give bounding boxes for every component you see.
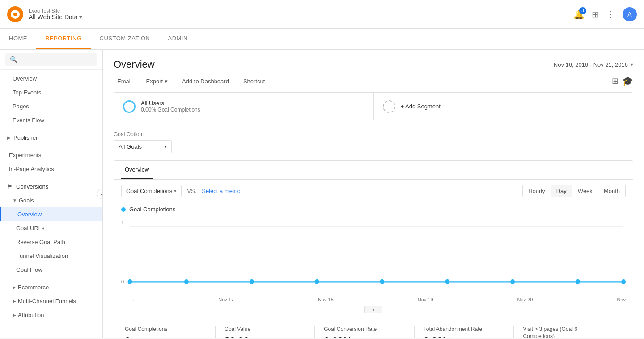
chart-legend: Goal Completions — [121, 206, 626, 213]
search-input-wrapper: 🔍 — [5, 53, 97, 66]
chart-scroll-indicator[interactable]: ▼ — [121, 306, 626, 313]
legend-dot — [121, 207, 126, 212]
more-options-icon[interactable]: ⋮ — [606, 9, 615, 20]
apps-grid-icon[interactable]: ⊞ — [592, 9, 599, 20]
chart-date-ellipsis: ... — [130, 297, 134, 302]
overview-tab-row: Overview — [114, 161, 633, 180]
metric-visit-goal: Visit > 3 pages (Goal 6 Completions) 0 — [523, 326, 613, 338]
add-to-dashboard-button[interactable]: Add to Dashboard — [178, 76, 233, 86]
publisher-arrow-icon: ▶ — [7, 135, 11, 140]
sidebar-item-top-events[interactable]: Top Events — [0, 86, 102, 99]
chart-svg — [121, 216, 626, 297]
overview-tab[interactable]: Overview — [121, 161, 153, 179]
segment-info: All Users 0.00% Goal Completions — [141, 100, 200, 113]
date-range-picker[interactable]: Nov 16, 2016 - Nov 21, 2016 ▾ — [554, 61, 633, 68]
attribution-arrow-icon: ▶ — [13, 313, 16, 318]
segment-add[interactable]: + Add Segment — [374, 93, 633, 120]
chart-dates: ... Nov 17 Nov 18 Nov 19 Nov 20 Nov — [121, 297, 626, 306]
help-icon[interactable]: 🎓 — [622, 76, 633, 86]
time-btn-hourly[interactable]: Hourly — [522, 185, 551, 197]
add-segment-info: + Add Segment — [401, 103, 441, 110]
site-info: Evoq Test Site All Web Site Data ▾ — [29, 8, 82, 21]
date-range-arrow: ▾ — [631, 61, 633, 68]
app-logo — [7, 6, 23, 22]
search-input[interactable] — [20, 56, 93, 63]
export-button[interactable]: Export ▾ — [143, 76, 172, 86]
multichannel-arrow-icon: ▶ — [13, 299, 16, 304]
chart-date-nov17: Nov 17 — [218, 297, 234, 302]
time-btn-week[interactable]: Week — [572, 185, 598, 197]
select-metric-link[interactable]: Select a metric — [202, 188, 240, 194]
action-icons: ⊞ 🎓 — [612, 76, 633, 86]
time-btn-month[interactable]: Month — [598, 185, 626, 197]
chart-y-label-0: 0 — [121, 279, 124, 284]
svg-point-5 — [315, 279, 319, 284]
sidebar-item-reverse-goal-path[interactable]: Reverse Goal Path — [0, 235, 102, 249]
metric-select-value: Goal Completions — [126, 188, 172, 194]
segment-circle — [123, 100, 136, 113]
nav-admin[interactable]: ADMIN — [159, 29, 196, 49]
chart-scroll-btn[interactable]: ▼ — [364, 306, 382, 313]
nav-customization[interactable]: CUSTOMIZATION — [91, 29, 159, 49]
metric-select-arrow: ▾ — [174, 188, 177, 194]
sidebar-item-multichannel[interactable]: ▶ Multi-Channel Funnels — [0, 294, 102, 308]
metric-select[interactable]: Goal Completions ▾ — [121, 185, 182, 197]
notification-badge: 3 — [579, 7, 586, 14]
metric-value-3: 0.00% — [424, 335, 505, 338]
shortcut-button[interactable]: Shortcut — [240, 76, 268, 86]
metric-label-2: Goal Conversion Rate — [324, 326, 405, 333]
sidebar-item-goals-overview[interactable]: Overview — [0, 207, 102, 221]
svg-point-6 — [380, 279, 385, 284]
sidebar-item-events-flow[interactable]: Events Flow — [0, 113, 102, 127]
site-dropdown-icon[interactable]: ▾ — [79, 13, 82, 21]
sidebar-item-overview-events[interactable]: Overview — [0, 72, 102, 86]
segment-sub: 0.00% Goal Completions — [141, 107, 200, 113]
page-title: Overview — [114, 59, 155, 70]
user-avatar[interactable]: A — [623, 7, 637, 21]
metric-value-2: 0.00% — [324, 335, 405, 338]
site-name: Evoq Test Site — [29, 8, 82, 13]
secondary-nav: HOME REPORTING CUSTOMIZATION ADMIN — [0, 29, 644, 50]
chart-date-nov20: Nov 20 — [517, 297, 533, 302]
overview-card: Overview Goal Completions ▾ VS. Select a… — [114, 160, 633, 338]
metric-label-1: Goal Value — [225, 326, 306, 333]
segment-name: All Users — [141, 100, 200, 107]
sidebar-item-goal-urls[interactable]: Goal URLs — [0, 221, 102, 235]
metrics-grid: Goal Completions 0 Goal Value $0.00 Goal… — [114, 317, 633, 338]
date-range-text: Nov 16, 2016 - Nov 21, 2016 — [554, 61, 628, 68]
grid-view-icon[interactable]: ⊞ — [612, 76, 619, 86]
metric-value-1: $0.00 — [225, 335, 306, 338]
top-bar-left: Evoq Test Site All Web Site Data ▾ — [7, 6, 573, 22]
metric-label-3: Total Abandonment Rate — [424, 326, 505, 333]
site-title[interactable]: All Web Site Data ▾ — [29, 13, 82, 21]
nav-home[interactable]: HOME — [0, 29, 36, 49]
time-buttons: Hourly Day Week Month — [522, 185, 626, 197]
sidebar-item-goals[interactable]: ▼ Goals — [0, 193, 102, 207]
sidebar-item-publisher[interactable]: ▶ Publisher — [0, 131, 102, 145]
legend-label: Goal Completions — [129, 206, 175, 213]
chart-date-nov21: Nov — [617, 297, 626, 302]
metric-abandonment-rate: Total Abandonment Rate 0.00% — [424, 326, 514, 338]
metric-conversion-rate: Goal Conversion Rate 0.00% — [324, 326, 415, 338]
sidebar-item-ecommerce[interactable]: ▶ Ecommerce — [0, 280, 102, 294]
sidebar-item-pages[interactable]: Pages — [0, 99, 102, 113]
sidebar-events-section: Overview Top Events Pages Events Flow — [0, 70, 102, 129]
sidebar-item-funnel-visualization[interactable]: Funnel Visualization — [0, 249, 102, 263]
sidebar-item-conversions[interactable]: ⚑ Conversions — [0, 180, 102, 193]
metric-value-0: 0 — [125, 335, 206, 338]
sidebar-item-attribution[interactable]: ▶ Attribution — [0, 308, 102, 322]
time-btn-day[interactable]: Day — [551, 185, 572, 197]
svg-point-9 — [576, 279, 580, 284]
notification-button[interactable]: 🔔 3 — [573, 9, 585, 20]
goal-select[interactable]: All Goals ▾ — [114, 140, 172, 153]
sidebar: ◀ 🔍 Overview Top Events Pages Events Flo… — [0, 50, 103, 338]
nav-reporting[interactable]: REPORTING — [36, 29, 91, 49]
email-button[interactable]: Email — [114, 76, 136, 86]
sidebar-publisher-section: ▶ Publisher — [0, 129, 102, 146]
sidebar-item-experiments[interactable]: Experiments — [0, 148, 102, 162]
sidebar-item-goal-flow[interactable]: Goal Flow — [0, 263, 102, 277]
goal-option-row: Goal Option: All Goals ▾ — [103, 128, 644, 160]
goals-arrow-icon: ▼ — [13, 198, 17, 203]
sidebar-item-inpage[interactable]: In-Page Analytics — [0, 162, 102, 176]
goal-option-label: Goal Option: — [114, 131, 633, 137]
